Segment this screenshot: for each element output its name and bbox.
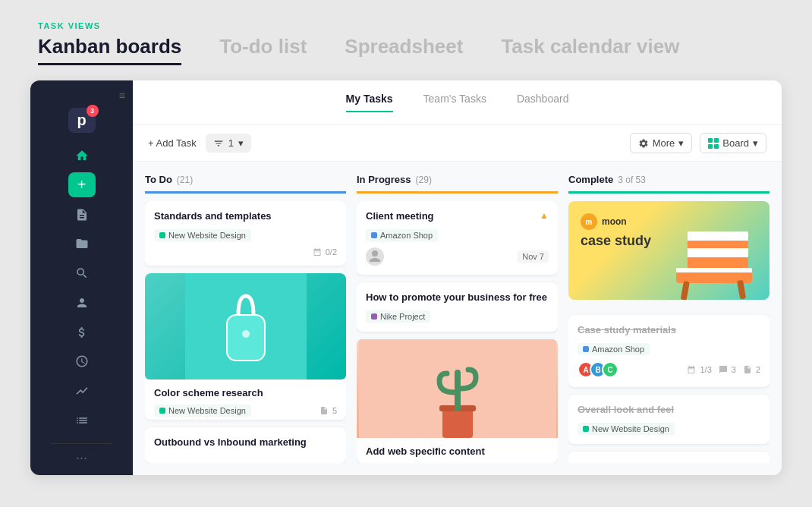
tag-dot xyxy=(583,346,589,352)
sidebar-divider xyxy=(51,443,112,444)
complete-cards: m moon case study xyxy=(568,201,770,463)
column-inprogress: In Progress (29) Client meeting ▲ Amazon… xyxy=(357,174,558,463)
client-meeting-header: Client meeting ▲ xyxy=(366,210,549,228)
moon-brand: moon xyxy=(602,216,627,227)
tag-dot xyxy=(583,426,589,432)
comment-count: 3 xyxy=(732,365,736,374)
app-container: ≡ p 3 + xyxy=(30,80,782,475)
tab-todo[interactable]: To-do list xyxy=(219,35,307,65)
beach-chair-decoration xyxy=(665,216,763,300)
client-meeting-tag: Amazon Shop xyxy=(366,229,438,241)
svg-point-2 xyxy=(242,330,250,338)
sidebar-collapse-icon[interactable]: ··· xyxy=(76,450,87,466)
svg-point-3 xyxy=(372,250,378,257)
card-client-meeting: Client meeting ▲ Amazon Shop Nov 7 xyxy=(357,201,558,275)
priority-icon: ▲ xyxy=(540,210,549,221)
tag-text: New Website Design xyxy=(168,231,246,240)
sidebar-item-home[interactable] xyxy=(68,143,96,168)
avatars: A B C xyxy=(578,361,614,378)
svg-rect-12 xyxy=(676,268,752,272)
column-todo: To Do (21) Standards and templates New W… xyxy=(145,174,346,463)
promote-tag: Nike Project xyxy=(366,310,430,323)
subtask-count: 1/3 xyxy=(700,365,711,374)
board-view-button[interactable]: Board ▾ xyxy=(700,133,766,153)
client-meeting-footer: Nov 7 xyxy=(366,247,549,266)
logo-text: p xyxy=(77,112,86,129)
color-scheme-footer: New Website Design 5 xyxy=(154,405,337,417)
filter-button[interactable]: 1 ▾ xyxy=(206,134,251,153)
svg-rect-5 xyxy=(442,408,473,438)
sidebar-item-clock[interactable] xyxy=(68,349,96,374)
todo-cards: Standards and templates New Website Desi… xyxy=(145,201,346,463)
todo-count: (21) xyxy=(177,175,193,185)
tag-text: New Website Design xyxy=(168,406,246,415)
board-dropdown-icon: ▾ xyxy=(753,137,758,149)
sidebar-item-folder[interactable] xyxy=(68,231,96,257)
tab-team-tasks[interactable]: Team's Tasks xyxy=(423,93,486,112)
card-promote: How to promote your business for free Ni… xyxy=(357,282,558,332)
overall-look-title: Overall look and feel xyxy=(578,404,760,415)
client-meeting-title: Client meeting xyxy=(366,210,434,222)
tab-my-tasks[interactable]: My Tasks xyxy=(346,93,393,112)
sidebar-item-billing[interactable] xyxy=(68,320,96,345)
web-content-body: Add web specific content incl. art, musi… xyxy=(357,438,558,463)
complete-title: Complete xyxy=(568,174,613,185)
color-scheme-tag: New Website Design xyxy=(154,405,251,417)
card-color-scheme: Color scheme research New Website Design… xyxy=(145,273,346,420)
subtask-meta: 1/3 3 2 xyxy=(687,365,760,374)
card-color-scheme-content: Color scheme research New Website Design… xyxy=(145,379,346,420)
inprogress-cards: Client meeting ▲ Amazon Shop Nov 7 xyxy=(357,201,558,463)
date-badge: Nov 7 xyxy=(518,250,549,263)
svg-rect-10 xyxy=(688,248,748,257)
sidebar-item-docs[interactable] xyxy=(68,202,96,227)
task-views-label: TASK VIEWS xyxy=(38,21,774,30)
board-label: Board xyxy=(722,137,749,149)
sidebar-add-button[interactable]: + xyxy=(68,172,96,197)
card-moon-case: m moon case study xyxy=(568,201,770,300)
more-button[interactable]: More ▾ xyxy=(630,133,693,153)
column-header-complete: Complete 3 of 53 xyxy=(568,174,770,194)
file-count: 5 xyxy=(332,406,337,415)
card-case-materials: Case study materials Amazon Shop A B C xyxy=(568,315,770,387)
outbound-title: Outbound vs Inbound marketing xyxy=(154,436,337,448)
sidebar-logo: p 3 xyxy=(68,108,96,133)
file-count: 2 xyxy=(756,365,760,374)
filter-count: 1 xyxy=(228,137,234,149)
tab-spreadsheet[interactable]: Spreadsheet xyxy=(345,35,463,65)
handbag-image xyxy=(145,273,346,379)
priority-up-icon: ▲ xyxy=(751,461,760,463)
sidebar-item-list[interactable] xyxy=(68,408,96,433)
inprogress-title: In Progress xyxy=(357,174,411,185)
toolbar-right: More ▾ Board ▾ xyxy=(630,133,766,153)
sidebar-item-chart[interactable] xyxy=(68,379,96,404)
sidebar-toggle-icon[interactable]: ≡ xyxy=(119,90,125,102)
subtask-count: 0/2 xyxy=(326,247,337,257)
toolbar: + Add Task 1 ▾ More ▾ Board xyxy=(133,125,782,162)
promote-title: How to promote your business for free xyxy=(366,291,549,303)
color-scheme-title: Color scheme research xyxy=(154,387,337,398)
add-task-button[interactable]: + Add Task xyxy=(148,137,197,149)
file-meta: 5 xyxy=(319,406,337,415)
sidebar-item-user[interactable] xyxy=(68,290,96,315)
tab-calendar[interactable]: Task calendar view xyxy=(501,35,679,65)
moon-circle-icon: m xyxy=(581,213,597,230)
sidebar-item-search[interactable] xyxy=(68,261,96,286)
user-avatar xyxy=(366,247,384,266)
complete-count: 3 of 53 xyxy=(618,175,646,185)
tag-dot xyxy=(371,313,377,320)
more-dropdown-icon: ▾ xyxy=(678,137,684,149)
sidebar: ≡ p 3 + xyxy=(30,80,133,475)
board-grid-icon xyxy=(708,138,719,149)
tab-dashboard[interactable]: Dashboard xyxy=(517,93,569,112)
tag-dot xyxy=(371,232,377,238)
case-materials-title: Case study materials xyxy=(578,324,760,335)
inner-tabs: My Tasks Team's Tasks Dashboard xyxy=(133,80,782,125)
tag-dot xyxy=(159,408,165,414)
card-standards-footer: 0/2 xyxy=(154,247,337,257)
case-materials-tag: Amazon Shop xyxy=(578,343,650,355)
detailed-req-header: Detailed requirements list ▲ xyxy=(578,461,760,463)
inprogress-count: (29) xyxy=(416,175,432,185)
tab-kanban[interactable]: Kanban boards xyxy=(38,35,181,65)
tag-text: Nike Project xyxy=(380,312,425,321)
sidebar-top: ≡ xyxy=(30,90,133,102)
